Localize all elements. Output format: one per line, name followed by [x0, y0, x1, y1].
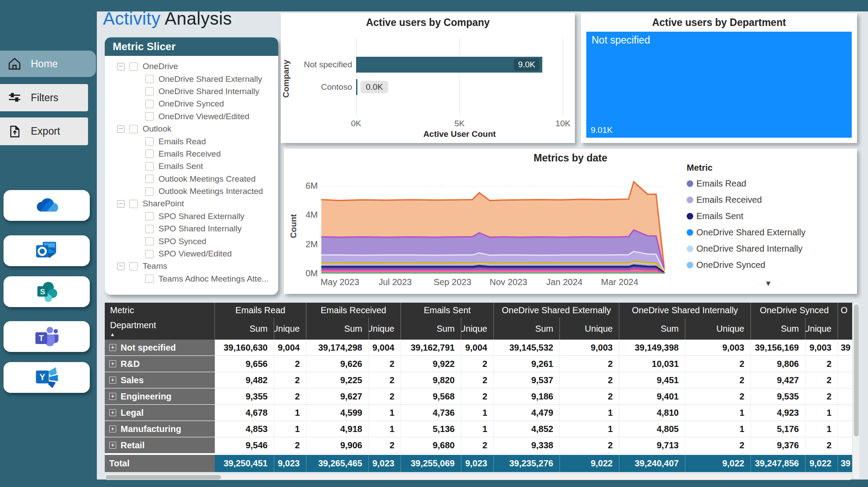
- table-cell[interactable]: 9,401: [619, 388, 685, 405]
- row-header-cell[interactable]: +R&D: [105, 356, 215, 372]
- column-header-metric[interactable]: Metric: [105, 303, 215, 318]
- table-vertical-scrollbar-thumb[interactable]: [854, 304, 859, 436]
- checkbox[interactable]: [145, 187, 154, 196]
- table-cell[interactable]: 39,174,298: [306, 340, 369, 356]
- checkbox[interactable]: [129, 200, 138, 208]
- subheader-unique[interactable]: Unique: [369, 318, 401, 340]
- app-card-yammer[interactable]: Y: [4, 362, 90, 393]
- slicer-item-outlook[interactable]: Outlook: [117, 123, 276, 135]
- table-cell[interactable]: 9,376: [751, 437, 805, 454]
- slicer-item-emails-read[interactable]: Emails Read: [117, 135, 276, 147]
- slicer-item-teams[interactable]: Teams: [117, 260, 276, 272]
- checkbox[interactable]: [145, 275, 154, 283]
- table-cell[interactable]: 2: [274, 356, 306, 372]
- expand-icon[interactable]: +: [109, 393, 116, 400]
- slicer-item-onedrive-synced[interactable]: OneDrive Synced: [117, 98, 276, 110]
- row-header-cell[interactable]: +Manufacturing: [105, 421, 215, 437]
- slicer-item-emails-sent[interactable]: Emails Sent: [117, 160, 276, 172]
- table-cell[interactable]: 4,852: [494, 421, 560, 437]
- table-cell[interactable]: 9,355: [215, 388, 274, 405]
- app-card-sharepoint[interactable]: S: [4, 276, 90, 307]
- checkbox[interactable]: [129, 125, 138, 133]
- table-cell[interactable]: 2: [560, 356, 619, 372]
- table-cell[interactable]: 9,713: [619, 437, 685, 454]
- table-cell[interactable]: 9,546: [215, 437, 274, 454]
- checkbox[interactable]: [145, 137, 154, 146]
- row-header-cell[interactable]: +Sales: [105, 372, 215, 388]
- column-header-emails-sent[interactable]: Emails Sent: [401, 303, 494, 318]
- expand-icon[interactable]: +: [109, 425, 116, 432]
- collapse-icon[interactable]: [117, 125, 125, 133]
- checkbox[interactable]: [145, 112, 154, 121]
- table-cell[interactable]: 1: [685, 421, 751, 437]
- expand-icon[interactable]: +: [109, 442, 116, 449]
- collapse-icon[interactable]: [117, 263, 125, 270]
- metrics-area-plot[interactable]: [321, 176, 665, 274]
- table-cell[interactable]: 39,160,630: [215, 340, 274, 356]
- column-header-cut[interactable]: O: [838, 303, 852, 318]
- legend-more-chevron-icon[interactable]: ▼: [765, 279, 772, 288]
- table-cell[interactable]: 9,906: [306, 437, 369, 454]
- table-cell[interactable]: 9,482: [215, 372, 274, 388]
- table-cell[interactable]: 39,162,791: [401, 340, 461, 356]
- subheader-sum[interactable]: Sum: [494, 318, 560, 340]
- table-cell[interactable]: 2: [560, 372, 619, 388]
- table-cell[interactable]: 9,004: [274, 340, 306, 356]
- table-cell[interactable]: 2: [461, 388, 494, 405]
- table-cell[interactable]: 1: [274, 405, 306, 421]
- slicer-item-sharepoint[interactable]: SharePoint: [117, 198, 276, 210]
- table-cell[interactable]: 5,176: [751, 421, 805, 437]
- expand-icon[interactable]: +: [109, 409, 116, 416]
- table-cell[interactable]: 2: [274, 372, 306, 388]
- table-cell[interactable]: 9,003: [805, 340, 838, 356]
- checkbox[interactable]: [145, 150, 154, 158]
- table-cell[interactable]: 1: [805, 405, 838, 421]
- table-cell[interactable]: 2: [461, 372, 494, 388]
- table-cell[interactable]: 1: [560, 405, 619, 421]
- subheader-unique[interactable]: Unique: [685, 318, 751, 340]
- checkbox[interactable]: [145, 212, 154, 220]
- table-cell[interactable]: 9,003: [685, 340, 751, 356]
- column-header-onedrive-shared-internally[interactable]: OneDrive Shared Internally: [619, 303, 751, 318]
- slicer-item-outlook-meetings-created[interactable]: Outlook Meetings Created: [117, 173, 276, 185]
- subheader-sum[interactable]: Sum: [619, 318, 685, 340]
- table-cell[interactable]: 1: [461, 421, 494, 437]
- table-cell[interactable]: 1: [274, 421, 306, 437]
- table-cell[interactable]: 9,261: [494, 356, 560, 372]
- table-cell[interactable]: 2: [369, 356, 401, 372]
- table-cell[interactable]: 9,003: [560, 340, 619, 356]
- table-cell[interactable]: 9,004: [369, 340, 401, 356]
- table-horizontal-scrollbar[interactable]: [105, 474, 852, 480]
- table-cell[interactable]: 4,479: [494, 405, 560, 421]
- bar-contoso[interactable]: [356, 79, 357, 95]
- subheader-sum[interactable]: Sum: [401, 318, 461, 340]
- nav-export-button[interactable]: Export: [0, 117, 88, 145]
- table-cell[interactable]: 2: [685, 356, 751, 372]
- table-cell[interactable]: 2: [805, 437, 838, 454]
- table-cell[interactable]: 9,451: [619, 372, 685, 388]
- table-cell[interactable]: 9,627: [306, 388, 369, 405]
- bar-not-specified[interactable]: 9.0K: [356, 57, 542, 73]
- expand-icon[interactable]: +: [109, 377, 116, 384]
- legend-item-onedrive-synced[interactable]: OneDrive Synced: [687, 257, 805, 273]
- legend-item-emails-sent[interactable]: Emails Sent: [687, 208, 805, 224]
- row-header-cell[interactable]: +Retail: [105, 437, 215, 454]
- checkbox[interactable]: [145, 100, 154, 108]
- expand-icon[interactable]: +: [109, 344, 116, 351]
- checkbox[interactable]: [145, 87, 154, 95]
- table-cell[interactable]: 2: [461, 437, 494, 454]
- table-cell[interactable]: 9,806: [751, 356, 805, 372]
- subheader-sum[interactable]: Sum: [306, 318, 369, 340]
- app-card-onedrive[interactable]: [4, 190, 90, 221]
- checkbox[interactable]: [145, 250, 154, 258]
- row-header-cell[interactable]: +Legal: [105, 405, 215, 421]
- subheader-sum[interactable]: Sum: [751, 318, 805, 340]
- subheader-unique[interactable]: Unique: [461, 318, 494, 340]
- table-cell[interactable]: 39,149,398: [619, 340, 685, 356]
- table-cell[interactable]: 9,568: [401, 388, 461, 405]
- table-cell[interactable]: 9,535: [751, 388, 805, 405]
- table-cell[interactable]: 9,427: [751, 372, 805, 388]
- table-cell[interactable]: 2: [805, 388, 838, 405]
- column-header-department[interactable]: Department▲: [105, 318, 215, 340]
- row-header-cell[interactable]: +Engineering: [105, 388, 215, 405]
